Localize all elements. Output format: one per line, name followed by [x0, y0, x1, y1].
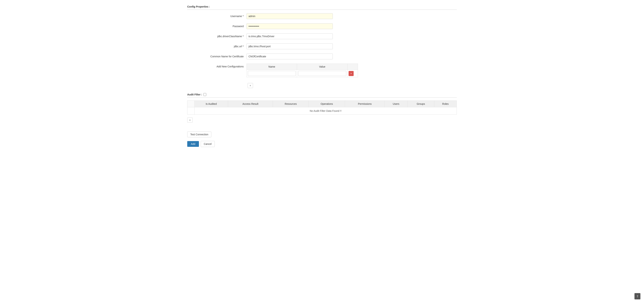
common-name-input[interactable] — [246, 54, 333, 59]
test-connection-row: Test Connection — [187, 130, 457, 139]
audit-filter-header: Audit Filter : — [187, 92, 457, 98]
audit-filter-checkbox[interactable] — [204, 93, 206, 96]
add-config-button[interactable]: + — [248, 83, 253, 88]
config-name-input[interactable] — [248, 71, 296, 76]
config-table-row: × — [247, 70, 358, 77]
config-table-wrapper: Name Value — [246, 64, 358, 77]
password-label: Password — [189, 23, 246, 28]
jdbc-url-label: jdbc.url * — [189, 44, 246, 48]
roles-header: Roles — [434, 101, 456, 107]
is-audited-header: Is Audited — [194, 101, 228, 107]
delete-config-button[interactable]: × — [348, 71, 354, 76]
cancel-button[interactable]: Cancel — [201, 141, 215, 147]
config-value-input[interactable] — [298, 71, 346, 76]
test-connection-button[interactable]: Test Connection — [187, 132, 211, 137]
audit-empty-row: No Audit Filter Data Found !! — [188, 107, 457, 115]
driver-classname-row: jdbc.driverClassName * — [187, 34, 457, 39]
audit-select-all-header — [188, 101, 194, 107]
jdbc-url-input[interactable] — [246, 44, 333, 49]
password-row: Password — [187, 23, 457, 29]
common-name-row: Common Name for Certificate — [187, 54, 457, 59]
common-name-label: Common Name for Certificate — [189, 54, 246, 58]
audit-filter-table: Is Audited Access Result Resources Opera… — [187, 100, 457, 115]
add-audit-row-wrapper: + — [187, 118, 457, 126]
config-value-header: Value — [297, 64, 347, 70]
groups-header: Groups — [407, 101, 434, 107]
add-audit-row-button[interactable]: + — [187, 118, 192, 122]
add-new-config-label: Add New Configurations — [189, 64, 246, 68]
config-action-header — [347, 64, 358, 70]
password-input[interactable] — [246, 23, 333, 29]
config-properties-header: Config Properties : — [187, 4, 457, 10]
add-config-button-row: + — [245, 82, 457, 88]
users-header: Users — [385, 101, 408, 107]
driver-classname-label: jdbc.driverClassName * — [189, 34, 246, 38]
driver-classname-input[interactable] — [246, 34, 333, 39]
username-row: Username * — [187, 13, 457, 19]
username-input[interactable] — [246, 13, 333, 19]
resources-header: Resources — [273, 101, 309, 107]
add-button[interactable]: Add — [187, 141, 199, 147]
permissions-header: Permissions — [345, 101, 385, 107]
config-table: Name Value — [246, 64, 358, 77]
add-new-config-row: Add New Configurations Name Value — [187, 64, 457, 77]
audit-empty-message: No Audit Filter Data Found !! — [194, 107, 457, 115]
username-label: Username * — [189, 13, 246, 18]
jdbc-url-row: jdbc.url * — [187, 44, 457, 49]
operations-header: Operations — [308, 101, 345, 107]
bottom-actions: Add Cancel — [187, 139, 457, 149]
access-result-header: Access Result — [228, 101, 273, 107]
config-name-header: Name — [247, 64, 297, 70]
